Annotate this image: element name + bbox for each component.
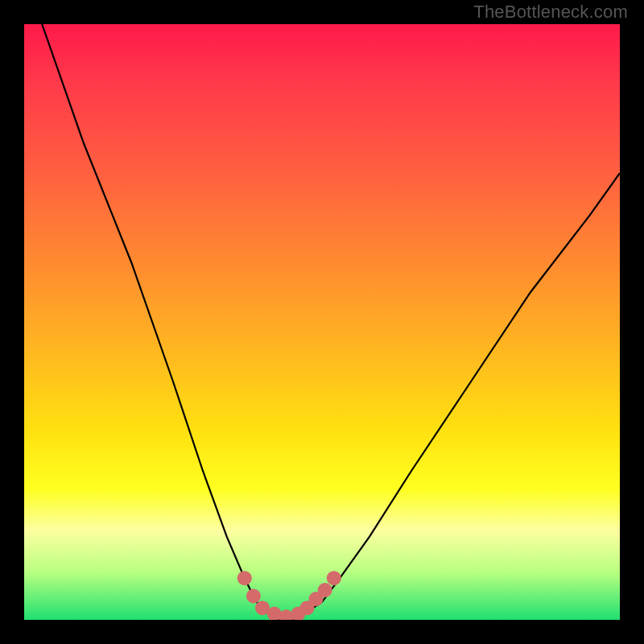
bottleneck-curve [42, 24, 620, 620]
highlight-markers [237, 571, 341, 620]
highlight-dot [327, 571, 341, 585]
highlight-dot [246, 588, 261, 603]
chart-svg [24, 24, 620, 620]
highlight-dot [237, 571, 252, 585]
plot-area [24, 24, 620, 620]
watermark-text: TheBottleneck.com [473, 2, 628, 23]
chart-frame: TheBottleneck.com [0, 0, 644, 644]
highlight-dot [318, 583, 332, 597]
